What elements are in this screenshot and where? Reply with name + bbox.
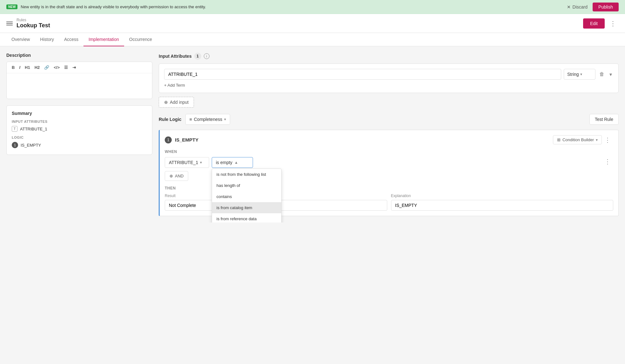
- header-left: Rules Lookup Test: [6, 18, 50, 29]
- summary-title: Summary: [12, 111, 147, 116]
- summary-logic-label: LOGIC: [12, 136, 147, 139]
- condition-more-button[interactable]: ⋮: [602, 136, 613, 144]
- rule-logic-row: Rule Logic ≡ Completeness ▾ Test Rule: [159, 114, 619, 125]
- summary-logic-name: IS_EMPTY: [21, 143, 41, 148]
- new-badge: NEW: [6, 4, 17, 9]
- add-input-button[interactable]: ⊕ Add input: [159, 97, 194, 108]
- attribute-section: String ▾ 🗑 ▾ + Add Term: [159, 63, 619, 93]
- tab-overview[interactable]: Overview: [6, 33, 35, 46]
- tab-access[interactable]: Access: [59, 33, 83, 46]
- h1-button[interactable]: H1: [23, 64, 31, 70]
- tab-history[interactable]: History: [35, 33, 59, 46]
- header: Rules Lookup Test Edit ⋮: [0, 14, 625, 33]
- h2-button[interactable]: H2: [33, 64, 41, 70]
- chevron-down-icon: ▾: [580, 72, 582, 76]
- description-editor: B I H1 H2 🔗 </> ☰ ⇥: [6, 62, 152, 99]
- dropdown-item-2[interactable]: contains: [212, 191, 281, 202]
- op-dropdown: is not from the following list has lengt…: [212, 169, 282, 222]
- logic-type-label: Completeness: [194, 117, 223, 122]
- test-rule-button[interactable]: Test Rule: [589, 114, 619, 125]
- discard-label: Discard: [573, 4, 588, 10]
- publish-button[interactable]: Publish: [593, 3, 619, 11]
- add-input-icon: ⊕: [164, 100, 168, 105]
- logic-chevron-icon: ▾: [224, 117, 226, 122]
- header-right: Edit ⋮: [583, 18, 619, 29]
- when-attr-label: ATTRIBUTE_1: [169, 160, 198, 165]
- and-label: AND: [175, 174, 183, 178]
- description-title: Description: [6, 53, 152, 58]
- editor-body[interactable]: [7, 73, 152, 99]
- right-panel: Input Attributes 1 i String ▾ 🗑 ▾ + Add …: [159, 53, 619, 216]
- summary-input-attr-label: INPUT ATTRIBUTES: [12, 120, 147, 123]
- code-button[interactable]: </>: [52, 64, 61, 70]
- attr-row: String ▾ 🗑 ▾: [164, 69, 613, 80]
- op-chevron-icon: ▲: [234, 160, 238, 165]
- info-icon[interactable]: i: [204, 53, 209, 59]
- dropdown-item-0[interactable]: is not from the following list: [212, 169, 281, 180]
- summary-attr-name: ATTRIBUTE_1: [20, 127, 47, 131]
- logic-num: 1: [12, 142, 18, 148]
- italic-button[interactable]: I: [18, 64, 22, 70]
- when-row: ATTRIBUTE_1 ▾ is empty ▲ is not from the…: [165, 157, 613, 168]
- menu-icon[interactable]: [6, 22, 13, 25]
- dropdown-item-1[interactable]: has length of: [212, 180, 281, 191]
- dropdown-item-3[interactable]: is from catalog item: [212, 202, 281, 213]
- and-icon: ⊕: [170, 174, 173, 178]
- when-op-select[interactable]: is empty ▲: [212, 157, 253, 168]
- when-attr-select[interactable]: ATTRIBUTE_1 ▾: [165, 157, 209, 168]
- explanation-label: Explanation: [391, 194, 614, 198]
- notification-right: ✕ Discard Publish: [567, 3, 619, 11]
- summary-panel: Summary INPUT ATTRIBUTES T ATTRIBUTE_1 L…: [6, 105, 152, 155]
- dropdown-scroll-area[interactable]: is not from the following list has lengt…: [212, 169, 281, 222]
- summary-attr-item: T ATTRIBUTE_1: [12, 126, 147, 132]
- left-panel: Description B I H1 H2 🔗 </> ☰ ⇥ Summary …: [6, 53, 152, 216]
- add-term-button[interactable]: + Add Term: [164, 83, 185, 88]
- link-button[interactable]: 🔗: [43, 64, 50, 70]
- op-label: is empty: [216, 160, 232, 165]
- attribute-input[interactable]: [164, 69, 561, 80]
- edit-button[interactable]: Edit: [583, 18, 605, 29]
- indent-button[interactable]: ⇥: [71, 64, 77, 70]
- condition-number: 1: [165, 136, 172, 143]
- builder-label: Condition Builder: [562, 137, 594, 142]
- nav-tabs: Overview History Access Implementation O…: [0, 33, 625, 46]
- add-input-label: Add input: [170, 100, 189, 105]
- condition-header: 1 IS_EMPTY ⊞ Condition Builder ▾ ⋮: [165, 135, 613, 144]
- discard-button[interactable]: ✕ Discard: [567, 4, 588, 10]
- rule-logic-left: Rule Logic ≡ Completeness ▾: [159, 114, 230, 125]
- explanation-col: Explanation: [391, 194, 614, 211]
- editor-toolbar: B I H1 H2 🔗 </> ☰ ⇥: [7, 62, 152, 73]
- input-attr-header: Input Attributes 1 i: [159, 53, 619, 60]
- list-button[interactable]: ☰: [63, 64, 69, 70]
- notification-bar: NEW New entity is in the draft state and…: [0, 0, 625, 14]
- when-more-button[interactable]: ⋮: [602, 157, 613, 166]
- expand-attr-button[interactable]: ▾: [608, 70, 613, 79]
- logic-type-select[interactable]: ≡ Completeness ▾: [185, 114, 230, 125]
- op-select-wrapper: is empty ▲ is not from the following lis…: [212, 157, 253, 168]
- delete-attr-button[interactable]: 🗑: [598, 70, 606, 78]
- input-attr-title: Input Attributes: [159, 54, 192, 59]
- builder-icon: ⊞: [557, 137, 561, 142]
- and-button[interactable]: ⊕ AND: [165, 171, 188, 181]
- condition-card: 1 IS_EMPTY ⊞ Condition Builder ▾ ⋮ WHEN …: [159, 130, 619, 216]
- attr-type-select[interactable]: String ▾: [564, 69, 595, 80]
- main-content: Description B I H1 H2 🔗 </> ☰ ⇥ Summary …: [0, 46, 625, 222]
- dropdown-item-4[interactable]: is from reference data: [212, 213, 281, 222]
- rule-logic-label: Rule Logic: [159, 117, 182, 122]
- attr-icon: T: [12, 126, 17, 132]
- summary-logic-item: 1 IS_EMPTY: [12, 142, 147, 148]
- builder-chevron-icon: ▾: [596, 138, 598, 142]
- attr-type-label: String: [567, 72, 579, 77]
- when-attr-chevron: ▾: [200, 160, 202, 165]
- more-options-button[interactable]: ⋮: [607, 18, 619, 29]
- tab-implementation[interactable]: Implementation: [83, 33, 124, 46]
- when-label: WHEN: [165, 149, 613, 154]
- tab-occurrence[interactable]: Occurrence: [124, 33, 157, 46]
- explanation-input[interactable]: [391, 200, 614, 211]
- discard-icon: ✕: [567, 4, 571, 10]
- bold-button[interactable]: B: [10, 64, 16, 70]
- condition-builder-button[interactable]: ⊞ Condition Builder ▾: [553, 135, 602, 144]
- logic-list-icon: ≡: [189, 117, 192, 122]
- notification-left: NEW New entity is in the draft state and…: [6, 4, 206, 9]
- condition-title: IS_EMPTY: [175, 137, 553, 142]
